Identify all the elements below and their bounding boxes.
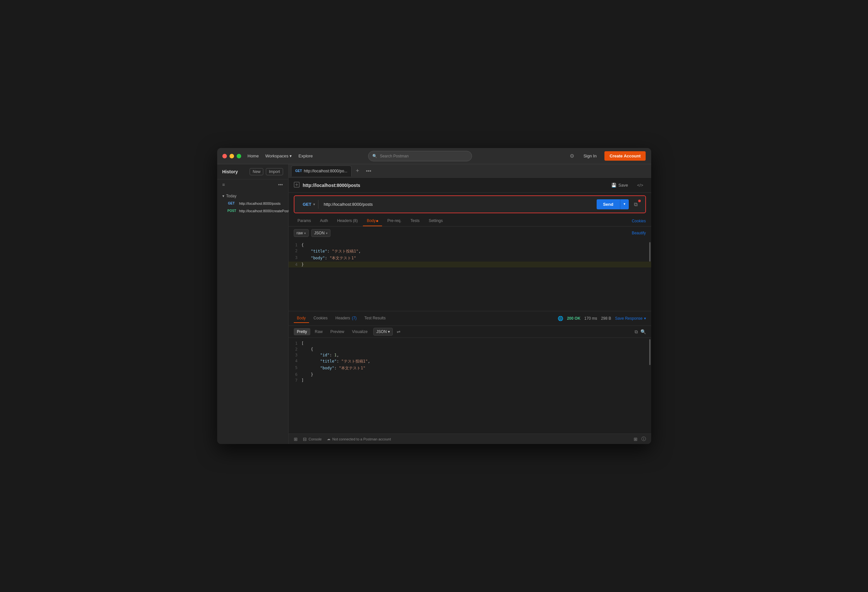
tabs-bar: GET http://localhost:8000/po... + •••: [289, 164, 651, 178]
code-line-3: 3 "body": "本文テスト1": [289, 255, 651, 261]
cloud-icon: ☁: [327, 437, 331, 441]
url-input[interactable]: [321, 200, 594, 209]
request-header-bar: http://localhost:8000/posts 💾 Save </>: [289, 178, 651, 193]
method-select[interactable]: GET ▾: [300, 200, 319, 209]
explore-link[interactable]: Explore: [298, 154, 313, 158]
titlebar: Home Workspaces ▾ Explore 🔍 Search Postm…: [217, 148, 651, 164]
resp-line-1: 1 [: [289, 341, 651, 346]
response-area: Body Cookies Headers (7) Test Results 🌐 …: [289, 311, 651, 434]
resp-tab-raw[interactable]: Raw: [311, 328, 326, 335]
response-tab-headers[interactable]: Headers (7): [332, 314, 360, 323]
tab-tests[interactable]: Tests: [407, 216, 424, 226]
tab-pre-req[interactable]: Pre-req.: [383, 216, 405, 226]
request-title: http://localhost:8000/posts: [303, 183, 605, 188]
chevron-down-icon: ▾: [289, 154, 292, 158]
history-item-post-create[interactable]: POST http://localhost:8000/createPost: [217, 207, 288, 214]
sidebar-filter-bar: ≡ •••: [217, 180, 288, 190]
save-response-button[interactable]: Save Response ▾: [615, 316, 646, 321]
settings-icon[interactable]: ⚙: [568, 152, 576, 160]
history-day-today[interactable]: ▾ Today: [217, 192, 288, 199]
home-link[interactable]: Home: [248, 154, 259, 158]
url-bar-container: GET ▾ Send ▾ ⧉: [294, 195, 646, 213]
search-bar[interactable]: 🔍 Search Postman: [368, 151, 472, 161]
resp-tab-pretty[interactable]: Pretty: [294, 328, 310, 335]
history-url: http://localhost:8000/posts: [239, 202, 281, 205]
resp-format-select[interactable]: JSON ▾: [373, 328, 393, 336]
connection-status: ☁ Not connected to a Postman account: [327, 437, 391, 441]
more-options-icon[interactable]: •••: [278, 182, 283, 187]
statusbar: ⊞ ⊟ Console ☁ Not connected to a Postman…: [289, 434, 651, 444]
resp-line-7: 7 ]: [289, 378, 651, 383]
tab-settings[interactable]: Settings: [425, 216, 447, 226]
save-button[interactable]: 💾 Save: [608, 181, 631, 189]
close-button[interactable]: [222, 154, 227, 158]
tab-get-posts[interactable]: GET http://localhost:8000/po...: [291, 165, 352, 177]
resp-line-2: 2 {: [289, 346, 651, 352]
code-line-2: 2 "title": "テスト投稿1",: [289, 248, 651, 255]
fullscreen-button[interactable]: [237, 154, 241, 158]
response-tab-cookies[interactable]: Cookies: [310, 314, 331, 323]
tabs-more-icon[interactable]: •••: [363, 167, 374, 175]
body-format-label: raw: [297, 231, 303, 235]
tab-body[interactable]: Body: [363, 216, 382, 226]
tab-headers[interactable]: Headers (8): [334, 216, 362, 226]
code-button[interactable]: </>: [635, 181, 646, 189]
send-dropdown-button[interactable]: ▾: [620, 199, 629, 209]
method-label: GET: [303, 202, 311, 207]
request-body-editor[interactable]: 1 { 2 "title": "テスト投稿1", 3 "body": "本文テス…: [289, 239, 651, 311]
request-area: http://localhost:8000/posts 💾 Save </> G…: [289, 178, 651, 434]
filter-icon[interactable]: ≡: [222, 182, 225, 187]
help-icon[interactable]: ⓘ: [641, 436, 646, 442]
tab-params[interactable]: Params: [294, 216, 315, 226]
workspaces-link[interactable]: Workspaces ▾: [265, 154, 292, 158]
cookies-link[interactable]: Cookies: [632, 219, 646, 223]
history-item-get-posts[interactable]: GET http://localhost:8000/posts: [217, 199, 288, 207]
word-wrap-icon[interactable]: ⇌: [397, 329, 400, 334]
history-section: ▾ Today GET http://localhost:8000/posts …: [217, 190, 288, 217]
sign-in-button[interactable]: Sign In: [579, 152, 600, 160]
method-badge-get: GET: [226, 201, 237, 205]
save-response-chevron-icon: ▾: [644, 316, 646, 321]
send-button[interactable]: Send: [596, 199, 620, 209]
response-tab-test-results[interactable]: Test Results: [361, 314, 389, 323]
response-code-viewer[interactable]: 1 [ 2 { 3 "id": 1, 4: [289, 338, 651, 434]
connection-label: Not connected to a Postman account: [332, 437, 391, 441]
response-header: Body Cookies Headers (7) Test Results 🌐 …: [289, 311, 651, 326]
console-icon[interactable]: ⊟: [303, 437, 307, 442]
import-button[interactable]: Import: [266, 168, 283, 175]
create-account-button[interactable]: Create Account: [604, 151, 646, 161]
status-badge: 200 OK: [567, 316, 580, 321]
response-time: 170 ms: [584, 316, 597, 321]
statusbar-right: ⊞ ⓘ: [634, 436, 646, 442]
editor-scrollbar[interactable]: [649, 242, 651, 261]
resp-tab-preview[interactable]: Preview: [327, 328, 348, 335]
resp-line-5: 5 "body": "本文テスト1": [289, 365, 651, 372]
save-label: Save: [619, 183, 628, 187]
save-icon: 💾: [611, 183, 616, 187]
resp-line-3: 3 "id": 1,: [289, 352, 651, 358]
search-placeholder: Search Postman: [380, 154, 409, 158]
new-tab-button[interactable]: +: [353, 167, 362, 176]
response-size: 298 B: [601, 316, 611, 321]
response-tab-body[interactable]: Body: [294, 314, 309, 323]
response-scrollbar[interactable]: [649, 339, 651, 365]
expand-icon[interactable]: ⊞: [634, 437, 638, 442]
search-response-icon[interactable]: 🔍: [641, 329, 646, 335]
request-icon: [294, 182, 300, 189]
new-button[interactable]: New: [249, 168, 263, 175]
copy-button[interactable]: ⧉: [631, 200, 640, 209]
body-lang-select[interactable]: JSON ▾: [311, 229, 331, 237]
body-editor-bar: raw ▾ JSON ▾ Beautify: [289, 227, 651, 239]
response-status-area: 🌐 200 OK 170 ms 298 B Save Response ▾: [558, 316, 646, 321]
tab-auth[interactable]: Auth: [316, 216, 332, 226]
today-label: Today: [226, 194, 237, 198]
beautify-button[interactable]: Beautify: [632, 231, 646, 235]
body-format-select[interactable]: raw ▾: [294, 229, 309, 237]
copy-response-icon[interactable]: ⧉: [635, 329, 638, 335]
sidebar-actions: New Import: [249, 168, 283, 175]
resp-tab-visualize[interactable]: Visualize: [349, 328, 371, 335]
layout-icon[interactable]: ⊞: [294, 437, 298, 442]
code-line-1: 1 {: [289, 242, 651, 248]
console-section: ⊟ Console: [303, 437, 322, 442]
minimize-button[interactable]: [229, 154, 234, 158]
